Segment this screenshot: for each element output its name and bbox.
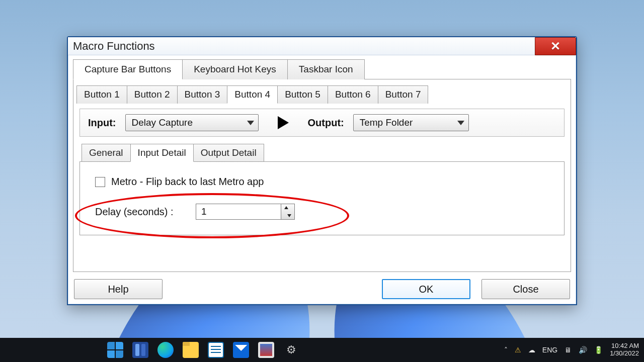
dialog-footer: Help OK Close (73, 279, 571, 299)
detail-body: Metro - Flip back to last Metro app Dela… (79, 161, 565, 235)
clock-time: 10:42 AM (610, 342, 639, 350)
chevron-down-icon (247, 121, 254, 125)
tab-label: Button 3 (185, 89, 220, 100)
settings-icon[interactable]: ⚙ (283, 342, 299, 358)
input-dropdown-value: Delay Capture (132, 117, 193, 128)
taskbar-center: ⚙ (107, 342, 299, 358)
tab-capture-bar-buttons[interactable]: Capture Bar Buttons (73, 59, 183, 79)
onedrive-icon[interactable]: ☁ (528, 346, 535, 354)
taskbar: ⚙ ˄ ⚠ ☁ ENG 🖥 🔊 🔋 10:42 AM 1/30/2022 (0, 338, 644, 362)
tab-label: Input Detail (138, 147, 186, 158)
main-tab-body: Button 1 Button 2 Button 3 Button 4 Butt… (73, 79, 571, 272)
system-tray: ˄ ⚠ ☁ ENG 🖥 🔊 🔋 10:42 AM 1/30/2022 (504, 342, 639, 357)
tab-label: Taskbar Icon (299, 64, 353, 74)
tab-label: Keyboard Hot Keys (194, 64, 276, 74)
input-dropdown[interactable]: Delay Capture (125, 114, 259, 131)
tab-label: Button 6 (335, 89, 371, 100)
clock-date: 1/30/2022 (610, 350, 639, 357)
delay-spin-buttons[interactable] (281, 204, 295, 220)
tab-label: Button 1 (84, 89, 120, 100)
tab-label: Capture Bar Buttons (85, 64, 171, 74)
ok-button[interactable]: OK (382, 279, 470, 299)
edge-icon[interactable] (157, 342, 174, 358)
tab-label: Button 7 (385, 89, 421, 100)
dialog-client-area: Capture Bar Buttons Keyboard Hot Keys Ta… (68, 55, 576, 304)
metro-checkbox-label: Metro - Flip back to last Metro app (111, 176, 264, 188)
close-icon: ✕ (550, 40, 560, 52)
pinned-app-icon[interactable] (258, 342, 274, 358)
close-button[interactable]: Close (481, 279, 570, 299)
delay-label: Delay (seconds) : (95, 206, 181, 218)
tab-button-3[interactable]: Button 3 (177, 85, 228, 104)
button-label: OK (419, 284, 434, 295)
delay-row: Delay (seconds) : (95, 204, 549, 220)
file-explorer-icon[interactable] (183, 342, 199, 358)
tab-output-detail[interactable]: Output Detail (193, 144, 264, 162)
tab-button-6[interactable]: Button 6 (328, 85, 378, 104)
main-tabs: Capture Bar Buttons Keyboard Hot Keys Ta… (73, 59, 571, 79)
tab-label: Button 2 (134, 89, 170, 100)
mail-icon[interactable] (233, 342, 249, 358)
arrow-right-icon (278, 116, 289, 129)
input-label: Input: (88, 117, 116, 129)
tab-button-2[interactable]: Button 2 (127, 85, 178, 104)
tab-button-4[interactable]: Button 4 (227, 85, 278, 104)
button-label: Help (108, 284, 128, 295)
tab-label: Button 5 (285, 89, 320, 100)
tab-general[interactable]: General (82, 144, 131, 162)
output-label: Output: (308, 117, 344, 129)
tab-label: Button 4 (234, 89, 270, 100)
widgets-icon[interactable] (132, 342, 148, 358)
titlebar: Macro Functions ✕ (68, 37, 576, 55)
tab-input-detail[interactable]: Input Detail (130, 144, 194, 162)
store-icon[interactable] (208, 342, 224, 358)
tab-button-1[interactable]: Button 1 (76, 85, 127, 104)
volume-icon[interactable]: 🔊 (579, 346, 587, 354)
window-close-button[interactable]: ✕ (535, 37, 576, 55)
input-output-bar: Input: Delay Capture Output: Temp Folder (79, 109, 565, 137)
output-dropdown-value: Temp Folder (360, 117, 413, 128)
button-label: Close (513, 284, 538, 295)
help-button[interactable]: Help (74, 279, 163, 299)
dialog-title: Macro Functions (73, 40, 155, 53)
button-tabs: Button 1 Button 2 Button 3 Button 4 Butt… (76, 85, 568, 104)
clock[interactable]: 10:42 AM 1/30/2022 (610, 342, 639, 357)
tab-button-5[interactable]: Button 5 (277, 85, 328, 104)
delay-spinner (196, 204, 295, 220)
tab-taskbar-icon[interactable]: Taskbar Icon (287, 59, 365, 79)
chevron-down-icon (457, 121, 464, 125)
tab-label: General (89, 147, 123, 158)
metro-checkbox[interactable] (95, 177, 105, 187)
delay-input[interactable] (196, 204, 281, 220)
tab-button-7[interactable]: Button 7 (378, 85, 429, 104)
metro-checkbox-row: Metro - Flip back to last Metro app (95, 176, 549, 188)
macro-functions-dialog: Macro Functions ✕ Capture Bar Buttons Ke… (67, 36, 577, 305)
tab-label: Output Detail (201, 147, 257, 158)
network-icon[interactable]: 🖥 (565, 346, 572, 354)
detail-tabs: General Input Detail Output Detail (82, 144, 568, 162)
start-button[interactable] (107, 342, 123, 358)
battery-icon[interactable]: 🔋 (594, 346, 603, 354)
language-indicator[interactable]: ENG (542, 346, 557, 354)
security-warning-icon[interactable]: ⚠ (515, 346, 521, 354)
output-dropdown[interactable]: Temp Folder (353, 114, 469, 131)
tray-overflow-icon[interactable]: ˄ (504, 346, 508, 354)
tab-keyboard-hot-keys[interactable]: Keyboard Hot Keys (182, 59, 288, 79)
